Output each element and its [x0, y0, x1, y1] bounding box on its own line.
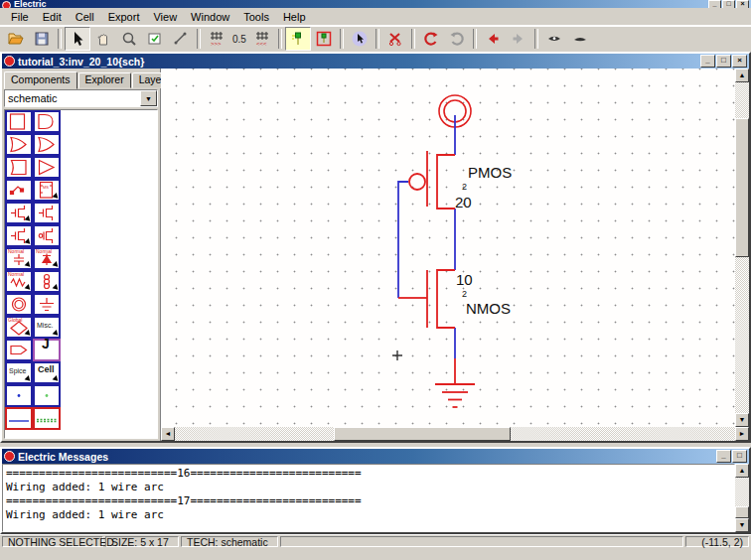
palette-item-flipflop[interactable]: MS — [33, 179, 61, 202]
palette-item-nmos[interactable] — [5, 202, 33, 224]
menu-item-view[interactable]: View — [146, 10, 184, 24]
wire-button[interactable] — [168, 27, 194, 51]
palette-item-nmos-2[interactable] — [33, 202, 61, 224]
pin-box-icon — [315, 30, 333, 48]
scroll-left-icon[interactable]: ◄ — [161, 427, 175, 441]
toolbar: >>> 0.5 <<< — [0, 26, 751, 53]
palette-item-dot-green[interactable] — [33, 384, 61, 407]
zoom-button[interactable] — [116, 27, 142, 51]
palette-item-dot-blue[interactable] — [5, 384, 33, 407]
palette-item-jletter[interactable]: J — [33, 339, 61, 361]
palette-item-tag[interactable] — [5, 339, 33, 361]
messages-minimize-button[interactable]: _ — [716, 450, 731, 463]
edit-minimize-button[interactable]: _ — [700, 55, 715, 68]
pan-button[interactable] — [90, 27, 116, 51]
messages-log[interactable]: ==========================16============… — [2, 464, 735, 532]
palette-item-label: Normal — [8, 249, 24, 254]
pin-highlight-button[interactable] — [285, 27, 311, 51]
select-arrow-icon — [69, 30, 86, 48]
palette-item-capacitor[interactable]: Normal — [5, 247, 33, 270]
palette-item-cell[interactable]: Cell — [33, 361, 61, 384]
menu-item-help[interactable]: Help — [276, 10, 313, 24]
submenu-arrow-icon — [53, 330, 61, 338]
palette-item-buffer[interactable] — [33, 110, 61, 133]
palette-item-or-gate-2[interactable] — [33, 133, 61, 156]
click-mode-button[interactable] — [347, 27, 373, 51]
palette-item-square[interactable] — [5, 110, 33, 133]
dropdown-arrow-icon[interactable]: ▼ — [140, 90, 157, 106]
palette-item-inductor[interactable] — [33, 270, 61, 293]
pmos-transistor — [409, 151, 455, 209]
messages-scroll-down-icon[interactable]: ▼ — [735, 518, 749, 532]
forward-arrow-button[interactable] — [506, 27, 531, 51]
palette-item-triangle[interactable] — [33, 156, 61, 179]
redo-rotate-button[interactable] — [444, 27, 470, 51]
scroll-down-icon[interactable]: ▼ — [735, 413, 749, 427]
app-close-button[interactable]: × — [736, 0, 749, 8]
expand-eye-button[interactable] — [541, 27, 567, 51]
select-area-button[interactable] — [142, 27, 168, 51]
status-spacer — [280, 536, 683, 547]
palette-item-spice[interactable]: Spice — [5, 361, 33, 384]
menu-item-cell[interactable]: Cell — [69, 10, 101, 24]
click-mode-icon — [351, 30, 369, 48]
menu-item-file[interactable]: File — [4, 10, 36, 24]
pin-box-button[interactable] — [311, 27, 337, 51]
palette-item-resistor[interactable]: Normal — [5, 270, 33, 293]
electric-messages-icon — [4, 451, 15, 462]
save-button[interactable] — [29, 27, 55, 51]
messages-scroll-up-icon[interactable]: ▲ — [735, 464, 749, 478]
palette-item-pmos-bubble[interactable] — [33, 224, 61, 247]
edit-window-titlebar[interactable]: tutorial_3:inv_20_10{sch} _ □ × — [2, 54, 749, 69]
palette-item-or-gate[interactable] — [5, 133, 33, 156]
back-arrow-button[interactable] — [480, 27, 506, 51]
palette-item-global[interactable]: Global — [5, 316, 33, 339]
menu-item-window[interactable]: Window — [184, 10, 236, 24]
messages-titlebar[interactable]: Electric Messages _ □ — [2, 449, 749, 464]
nmos-length-label: 2 — [462, 289, 467, 299]
grid-toggle-button[interactable]: >>> — [204, 27, 229, 51]
grid-alt-button[interactable]: <<< — [249, 27, 275, 51]
tab-components[interactable]: Components — [4, 71, 77, 89]
schematic-canvas[interactable]: PMOS 2 20 10 2 NMOS — [161, 69, 735, 427]
messages-maximize-button[interactable]: □ — [732, 450, 747, 463]
technology-dropdown[interactable]: schematic ▼ — [4, 89, 158, 107]
redo-rotate-icon — [448, 30, 466, 48]
select-area-icon — [146, 30, 164, 48]
status-bar: NOTHING SELECTED SIZE: 5 x 17 TECH: sche… — [0, 534, 751, 548]
scroll-up-icon[interactable]: ▲ — [735, 69, 749, 82]
palette-item-notch-rect[interactable] — [5, 156, 33, 179]
submenu-arrow-icon — [25, 375, 33, 383]
tab-explorer[interactable]: Explorer — [78, 72, 131, 88]
status-size: SIZE: 5 x 17 — [105, 536, 179, 547]
palette-item-power[interactable] — [5, 293, 33, 316]
palette-item-ground[interactable] — [33, 293, 61, 316]
pmos-type-label: PMOS — [468, 164, 512, 181]
palette-item-label: Normal — [36, 249, 52, 254]
menu-item-edit[interactable]: Edit — [36, 10, 69, 24]
tools-button[interactable] — [382, 27, 408, 51]
app-maximize-button[interactable]: □ — [722, 0, 735, 8]
menu-item-export[interactable]: Export — [101, 10, 147, 24]
select-arrow-button[interactable] — [65, 27, 90, 51]
canvas-vscrollbar[interactable]: ▲ ▼ — [735, 69, 749, 427]
palette-item-pmos[interactable] — [5, 224, 33, 247]
svg-text:<<<: <<< — [256, 41, 267, 47]
edit-maximize-button[interactable]: □ — [716, 55, 731, 68]
grid-toggle-icon: >>> — [208, 30, 225, 48]
scroll-right-icon[interactable]: ► — [735, 427, 749, 441]
canvas-hscrollbar[interactable]: ◄ ► — [161, 427, 749, 441]
collapse-eye-button[interactable] — [567, 27, 593, 51]
palette-item-wire[interactable] — [5, 179, 33, 202]
palette-item-box-blueline[interactable] — [5, 407, 33, 430]
messages-vscrollbar[interactable]: ▲ ▼ — [735, 464, 749, 532]
component-palette: MSNormalNormalNormalGlobalMisc.JSpiceCel… — [5, 110, 157, 430]
nmos-width-label: 10 — [456, 271, 473, 288]
palette-item-box-greenhatch[interactable] — [33, 407, 61, 430]
palette-item-diode[interactable]: Normal — [33, 247, 61, 270]
undo-rotate-button[interactable] — [418, 27, 444, 51]
app-minimize-button[interactable]: _ — [708, 0, 721, 8]
menu-item-tools[interactable]: Tools — [236, 10, 276, 24]
open-button[interactable] — [3, 27, 29, 51]
edit-close-button[interactable]: × — [732, 55, 747, 68]
